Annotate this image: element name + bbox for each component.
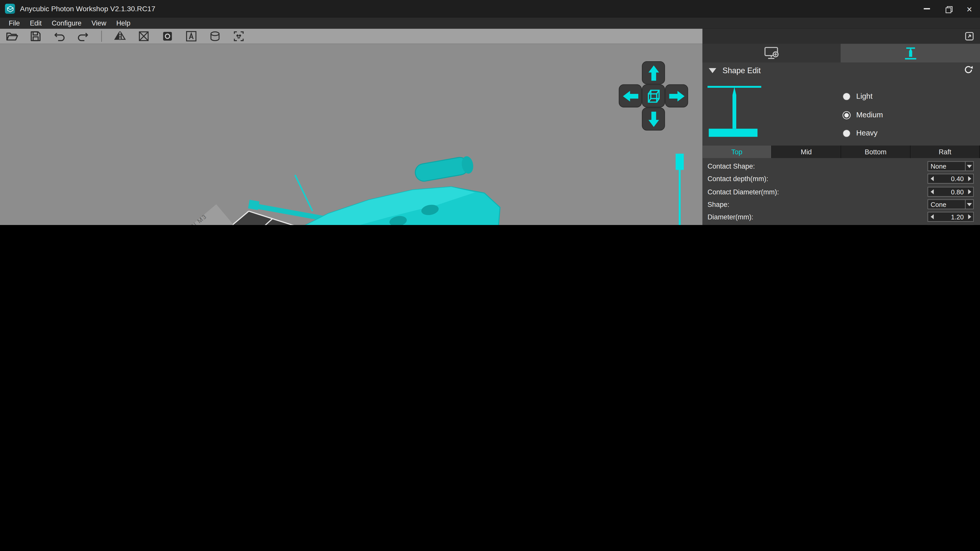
contact-shape-dropdown[interactable]: None — [928, 161, 974, 171]
rotate-left-button[interactable] — [619, 84, 642, 108]
shape-edit-fields: Contact Shape: None Contact depth(mm): 0… — [703, 160, 980, 225]
restore-icon — [945, 6, 951, 11]
spin-increase-icon[interactable] — [966, 187, 973, 196]
arrow-down-icon — [643, 108, 664, 130]
contact-depth-spinner[interactable]: 0.40 — [928, 174, 974, 184]
tab-machine-settings[interactable] — [703, 44, 841, 62]
right-panel: Shape Edit Light Medium Heavy Top Mid Bo… — [703, 44, 980, 225]
field-length: Length(mm): 2.00 — [703, 223, 980, 225]
rotate-right-button[interactable] — [665, 84, 688, 108]
layer-slider[interactable] — [676, 154, 684, 225]
menu-bar: File Edit Configure View Help — [0, 17, 980, 29]
menu-item[interactable]: File — [4, 19, 25, 27]
transform-icon[interactable] — [137, 29, 151, 43]
field-shape: Shape: Cone — [703, 198, 980, 211]
view-navigation-cross — [619, 61, 688, 130]
viewport-3d[interactable]: ANYCUBIC PHOTON M3 — [0, 44, 703, 225]
radio-heavy[interactable]: Heavy — [842, 127, 877, 139]
diameter-spinner[interactable]: 1.20 — [928, 212, 974, 222]
panel-tabs — [703, 44, 980, 62]
spin-decrease-icon[interactable] — [928, 187, 935, 196]
screen: Anycubic Photon Workshop V2.1.30.RC17 × … — [0, 0, 980, 225]
title-bar: Anycubic Photon Workshop V2.1.30.RC17 × — [0, 0, 980, 17]
close-button[interactable]: × — [959, 0, 980, 17]
spin-decrease-icon[interactable] — [928, 175, 935, 183]
radio-light-circle — [842, 92, 851, 100]
save-icon[interactable] — [29, 29, 43, 43]
field-contact-diameter: Contact Diameter(mm): 0.80 — [703, 185, 980, 198]
toolbar — [0, 29, 703, 44]
arrow-right-icon — [666, 85, 687, 106]
face-scan-icon[interactable] — [232, 29, 246, 43]
panel-header-strip — [703, 29, 980, 44]
layer-slider-handle-top[interactable] — [676, 154, 684, 170]
length-spinner[interactable]: 2.00 — [928, 225, 974, 225]
radio-medium[interactable]: Medium — [842, 109, 883, 121]
support-part-tabs: Top Mid Bottom Raft — [703, 146, 980, 158]
menu-item[interactable]: Edit — [25, 19, 47, 27]
contact-diameter-spinner[interactable]: 0.80 — [928, 187, 974, 197]
field-contact-depth: Contact depth(mm): 0.40 — [703, 173, 980, 186]
rotate-up-button[interactable] — [642, 61, 665, 84]
support-shape-preview — [706, 84, 762, 143]
collapse-triangle-icon — [709, 68, 716, 73]
support-settings-icon — [903, 46, 918, 61]
model-tank[interactable] — [248, 156, 501, 225]
minimize-button[interactable] — [916, 0, 937, 17]
undo-icon[interactable] — [52, 29, 66, 43]
radio-heavy-circle — [842, 129, 851, 137]
shape-edit-title: Shape Edit — [722, 66, 761, 75]
menu-item[interactable]: Configure — [47, 19, 86, 27]
menu-item[interactable]: View — [86, 19, 111, 27]
3d-scene[interactable]: ANYCUBIC PHOTON M3 — [0, 44, 703, 225]
radio-light[interactable]: Light — [842, 90, 873, 103]
refresh-shape-icon[interactable] — [963, 64, 974, 77]
tab-raft[interactable]: Raft — [911, 146, 980, 158]
cylinder-icon[interactable] — [208, 29, 222, 43]
arrow-up-icon — [643, 62, 664, 83]
tab-bottom[interactable]: Bottom — [841, 146, 911, 158]
app-logo-icon — [5, 4, 15, 14]
restore-button[interactable] — [937, 0, 959, 17]
shape-dropdown[interactable]: Cone — [928, 199, 974, 209]
menu-item[interactable]: Help — [111, 19, 135, 27]
open-file-icon[interactable] — [5, 29, 19, 43]
dropdown-arrow-icon[interactable] — [965, 162, 973, 171]
tab-support-settings[interactable] — [841, 44, 980, 62]
field-contact-shape: Contact Shape: None — [703, 160, 980, 173]
radio-medium-circle — [842, 111, 851, 119]
field-diameter: Diameter(mm): 1.20 — [703, 211, 980, 224]
redo-icon[interactable] — [76, 29, 90, 43]
window-title: Anycubic Photon Workshop V2.1.30.RC17 — [20, 5, 155, 13]
tab-top[interactable]: Top — [703, 146, 772, 158]
toolbar-separator — [101, 30, 102, 42]
shape-edit-header[interactable]: Shape Edit — [703, 62, 980, 79]
cube-icon — [643, 85, 664, 106]
minimize-icon — [924, 8, 930, 9]
tab-mid[interactable]: Mid — [772, 146, 841, 158]
dropdown-arrow-icon[interactable] — [965, 200, 973, 209]
spin-increase-icon[interactable] — [966, 213, 973, 221]
arrow-left-icon — [620, 85, 641, 106]
punch-hole-icon[interactable] — [161, 29, 174, 43]
view-cube-button[interactable] — [642, 84, 665, 108]
plate-label: ANYCUBIC PHOTON M3 — [141, 213, 208, 225]
rotate-down-button[interactable] — [642, 107, 665, 130]
text-icon[interactable] — [184, 29, 198, 43]
spin-decrease-icon[interactable] — [928, 213, 935, 221]
layer-slider-track — [679, 168, 681, 225]
monitor-gear-icon — [763, 46, 780, 60]
collapse-panel-icon[interactable] — [963, 29, 976, 43]
spin-increase-icon[interactable] — [966, 175, 973, 183]
mirror-icon[interactable] — [113, 29, 127, 43]
